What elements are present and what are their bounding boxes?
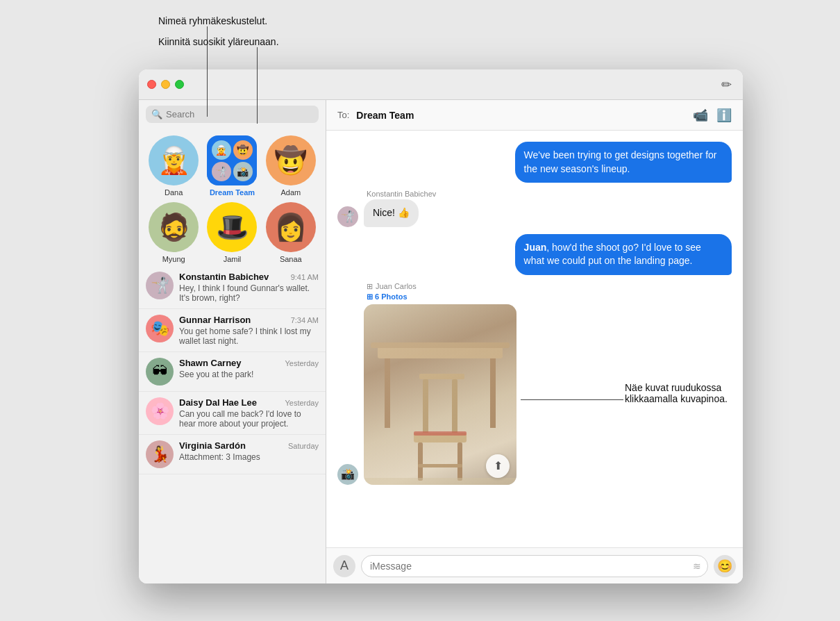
search-input[interactable] [166,109,313,119]
messages-window: ✏ 🔍 🧝 Dana [139,69,743,583]
msg-avatar-konstantin: 🤺 [146,272,174,299]
msg-sender-gunnar: Gunnar Harrison [179,315,251,325]
apps-icon: A [340,558,348,573]
audio-waveform-icon: ≋ [693,561,701,572]
pinned-contact-dreamteam[interactable]: 🧝 🤠 🤺 📸 Dream Team [207,135,257,197]
msg-header-konstantin: Konstantin Babichev 9:41 AM [179,272,319,282]
msg-sender-konstantin: Konstantin Babichev [179,272,269,282]
share-button[interactable]: ⬆ [486,454,510,478]
contact-name-adam: Adam [280,188,301,197]
bubble-avatar-konstantin: 🤺 [337,206,358,227]
msg-item-daisy[interactable]: 🌸 Daisy Dal Hae Lee Yesterday Can you ca… [139,392,326,435]
emoji-icon: 😊 [717,558,732,574]
group-avatar-2: 🤠 [233,140,253,160]
imessage-input[interactable] [361,555,708,577]
maximize-button[interactable] [175,80,184,89]
msg-time-daisy: Yesterday [285,399,319,407]
sender-label-konstantin: Konstantin Babichev [337,190,732,198]
message-list: 🤺 Konstantin Babichev 9:41 AM Hey, I thi… [139,266,326,583]
info-icon[interactable]: ℹ️ [716,108,732,123]
contact-name-myung: Myung [162,255,185,263]
close-button[interactable] [147,80,156,89]
search-icon: 🔍 [151,109,162,119]
minimize-button[interactable] [161,80,170,89]
window-body: 🔍 🧝 Dana 🧝 🤠 [139,100,743,583]
msg-header-virginia: Virginia Sardón Saturday [179,440,319,451]
search-bar[interactable]: 🔍 [146,106,319,123]
photo-stack[interactable]: ⬆ [364,304,516,485]
msg-content-virginia: Virginia Sardón Saturday Attachment: 3 I… [179,440,319,462]
photo-stack-row: 📸 [337,304,732,485]
incoming-konstantin: 🤺 Nice! 👍 [337,199,732,227]
compose-button[interactable]: ✏ [719,74,734,95]
apps-button[interactable]: A [333,555,355,577]
msg-item-shawn[interactable]: 🕶 Shawn Carney Yesterday See you at the … [139,352,326,392]
msg-avatar-virginia: 💃 [146,440,174,468]
contact-name-dreamteam: Dream Team [210,188,255,197]
pinned-contact-dana[interactable]: 🧝 Dana [149,135,199,197]
traffic-lights [147,80,184,89]
contact-name-jamil: Jamil [224,255,242,263]
emoji-button[interactable]: 😊 [714,555,736,577]
bubble-outgoing-1: We've been trying to get designs togethe… [515,142,732,183]
sidebar: 🔍 🧝 Dana 🧝 🤠 [139,100,326,583]
avatar-adam: 🤠 [266,135,316,185]
chat-recipient: Dream Team [356,110,686,121]
msg-item-konstantin[interactable]: 🤺 Konstantin Babichev 9:41 AM Hey, I thi… [139,266,326,309]
group-avatar-1: 🧝 [212,140,231,160]
msg-sender-daisy: Daisy Dal Hae Lee [179,397,257,408]
annotation-pin-favorites: Kiinnitä suosikit yläreunaan. [158,36,279,47]
photo-count-label: ⊞ 6 Photos [337,292,732,301]
titlebar: ✏ [139,69,743,100]
pinned-contact-sanaa[interactable]: 👩 Sanaa [266,202,316,263]
msg-preview-daisy: Can you call me back? I'd love to hear m… [179,409,319,429]
chat-header: To: Dream Team 📹 ℹ️ [326,100,743,131]
msg-preview-gunnar: You get home safe? I think I lost my wal… [179,326,319,346]
msg-header-gunnar: Gunnar Harrison 7:34 AM [179,315,319,325]
video-call-icon[interactable]: 📹 [693,108,708,123]
msg-content-shawn: Shawn Carney Yesterday See you at the pa… [179,358,319,379]
pinned-contact-myung[interactable]: 🧔 Myung [149,202,199,263]
messages-container: We've been trying to get designs togethe… [326,131,743,547]
msg-incoming-konstantin-wrap: Konstantin Babichev 🤺 Nice! 👍 [337,190,732,227]
msg-sender-virginia: Virginia Sardón [179,440,246,451]
msg-content-daisy: Daisy Dal Hae Lee Yesterday Can you call… [179,397,319,429]
msg-header-daisy: Daisy Dal Hae Lee Yesterday [179,397,319,408]
msg-content-gunnar: Gunnar Harrison 7:34 AM You get home saf… [179,315,319,346]
group-avatar-4: 📸 [233,162,253,181]
bubble-avatar-juancarlos: 📸 [337,464,358,485]
photo-sender-label: ⊞ Juan Carlos [337,282,732,291]
msg-preview-konstantin: Hey, I think I found Gunnar's wallet. It… [179,283,319,303]
msg-sender-shawn: Shawn Carney [179,358,242,368]
msg-content-konstantin: Konstantin Babichev 9:41 AM Hey, I think… [179,272,319,303]
msg-item-virginia[interactable]: 💃 Virginia Sardón Saturday Attachment: 3… [139,435,326,474]
bubble-outgoing-2: Juan, how'd the shoot go? I'd love to se… [515,234,732,275]
msg-item-gunnar[interactable]: 🎭 Gunnar Harrison 7:34 AM You get home s… [139,309,326,352]
avatar-dreamteam: 🧝 🤠 🤺 📸 [207,135,257,185]
msg-outgoing-2: Juan, how'd the shoot go? I'd love to se… [337,234,732,275]
msg-time-konstantin: 9:41 AM [291,273,319,281]
pinned-contact-adam[interactable]: 🤠 Adam [266,135,316,197]
input-bar: A ≋ 😊 [326,547,743,583]
pinned-contacts-row1: 🧝 Dana 🧝 🤠 🤺 📸 Dream Team [139,129,326,197]
annotation-name-groups: Nimeä ryhmäkeskustelut. [158,15,267,26]
chat-header-icons: 📹 ℹ️ [693,108,732,123]
pinned-contacts-row2: 🧔 Myung 🎩 Jamil 👩 Sanaa [139,197,326,266]
chat-to-label: To: [337,110,349,120]
msg-avatar-daisy: 🌸 [146,397,174,425]
imessage-input-wrapper[interactable]: ≋ [361,555,708,577]
bubble-incoming-konstantin: Nice! 👍 [364,199,419,227]
avatar-myung: 🧔 [149,202,199,252]
msg-time-gunnar: 7:34 AM [291,316,319,324]
avatar-sanaa: 👩 [266,202,316,252]
msg-time-shawn: Yesterday [285,359,319,367]
pinned-contact-jamil[interactable]: 🎩 Jamil [207,202,257,263]
msg-outgoing-1: We've been trying to get designs togethe… [337,142,732,183]
photo-grid-icon: ⊞ [367,282,373,291]
msg-avatar-shawn: 🕶 [146,358,174,386]
msg-time-virginia: Saturday [288,442,319,450]
msg-avatar-gunnar: 🎭 [146,315,174,342]
avatar-jamil: 🎩 [207,202,257,252]
chat-area: To: Dream Team 📹 ℹ️ We've been trying to… [326,100,743,583]
contact-name-sanaa: Sanaa [280,255,302,263]
